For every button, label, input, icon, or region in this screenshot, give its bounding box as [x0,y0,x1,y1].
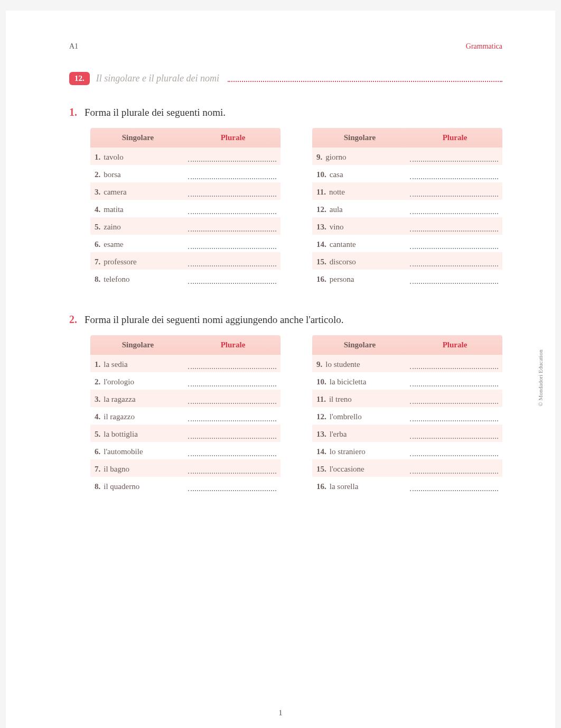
row-number: 10. [316,170,326,179]
row-number: 13. [316,223,326,231]
plurale-blank[interactable] [188,361,276,369]
singolare-word: tavolo [104,153,124,161]
plurale-blank[interactable] [188,413,276,421]
plurale-blank[interactable] [410,430,498,439]
plurale-blank[interactable] [410,275,498,284]
col-plurale: Plurale [185,128,280,148]
singolare-word: l'automobile [104,447,143,456]
table-row: 6.l'automobile [90,442,280,459]
section-label: Grammatica [466,42,502,51]
table-row: 1.la sedia [90,355,280,372]
plurale-blank[interactable] [410,361,498,369]
plurale-blank[interactable] [410,206,498,214]
singolare-word: cantante [330,240,356,248]
singolare-word: l'occasione [330,465,364,473]
singolare-word: giorno [325,153,346,161]
plurale-blank[interactable] [410,465,498,474]
table-body: 1.tavolo2.borsa3.camera4.matita5.zaino6.… [90,148,280,287]
plurale-blank[interactable] [188,483,276,491]
row-number: 16. [316,482,326,491]
row-number: 9. [316,153,322,161]
singolare-cell: 13.vino [316,223,405,232]
singolare-cell: 5.zaino [95,223,183,232]
singolare-word: il treno [329,395,352,403]
row-number: 7. [95,465,100,473]
singolare-cell: 8.il quaderno [95,482,183,491]
table-row: 2.l'orologio [90,372,280,390]
singolare-cell: 4.matita [95,205,183,214]
plurale-blank[interactable] [410,413,498,421]
singolare-word: la sorella [330,482,359,491]
table-row: 11.notte [312,182,502,200]
singolare-cell: 6.esame [95,240,183,249]
singolare-word: professore [104,257,136,266]
singolare-cell: 12.l'ombrello [316,412,405,421]
table-row: 3.la ragazza [90,390,280,407]
singolare-word: l'orologio [104,377,134,386]
singolare-cell: 11.notte [316,188,405,197]
plurale-blank[interactable] [188,465,276,474]
unit-header: 12. Il singolare e il plurale dei nomi [69,72,502,85]
exercise-1-header: 1. Forma il plurale dei seguenti nomi. [69,106,502,118]
singolare-word: esame [104,240,123,248]
singolare-word: la bottiglia [104,430,138,438]
plurale-blank[interactable] [410,378,498,386]
table-row: 4.matita [90,200,280,217]
table-row: 2.borsa [90,165,280,182]
plurale-blank[interactable] [188,223,276,232]
plurale-blank[interactable] [410,241,498,249]
plurale-blank[interactable] [410,171,498,179]
exercise-1-right-table: Singolare Plurale 9.giorno10.casa11.nott… [312,128,502,287]
table-row: 10.la bicicletta [312,372,502,390]
plurale-blank[interactable] [188,395,276,404]
table-head: Singolare Plurale [312,335,502,355]
row-number: 8. [95,482,100,491]
singolare-cell: 16.la sorella [316,482,405,491]
row-number: 3. [95,395,100,403]
plurale-blank[interactable] [410,258,498,266]
plurale-blank[interactable] [410,223,498,232]
plurale-blank[interactable] [410,483,498,491]
plurale-blank[interactable] [188,171,276,179]
plurale-blank[interactable] [188,153,276,162]
singolare-cell: 2.l'orologio [95,377,183,386]
singolare-cell: 4.il ragazzo [95,412,183,421]
row-number: 6. [95,240,100,248]
row-number: 3. [95,188,100,196]
exercise-2-header: 2. Forma il plurale dei seguenti nomi ag… [69,314,502,326]
plurale-blank[interactable] [188,258,276,266]
singolare-cell: 13.l'erba [316,430,405,439]
plurale-blank[interactable] [188,448,276,456]
plurale-blank[interactable] [410,188,498,197]
plurale-blank[interactable] [188,275,276,284]
plurale-blank[interactable] [410,448,498,456]
exercise-2-tables: Singolare Plurale 1.la sedia2.l'orologio… [90,335,502,494]
exercise-number: 1. [69,106,77,118]
plurale-blank[interactable] [188,188,276,197]
plurale-blank[interactable] [410,153,498,162]
dotted-rule [228,81,502,82]
table-head: Singolare Plurale [90,128,280,148]
plurale-blank[interactable] [188,206,276,214]
exercise-2-left-table: Singolare Plurale 1.la sedia2.l'orologio… [90,335,280,494]
singolare-cell: 9.giorno [316,153,405,162]
plurale-blank[interactable] [188,430,276,439]
table-row: 10.casa [312,165,502,182]
table-row: 13.l'erba [312,425,502,442]
plurale-blank[interactable] [188,241,276,249]
exercise-prompt: Forma il plurale dei seguenti nomi aggiu… [85,314,343,326]
table-body: 9.giorno10.casa11.notte12.aula13.vino14.… [312,148,502,287]
row-number: 1. [95,153,100,161]
singolare-word: telefono [104,275,129,283]
row-number: 6. [95,447,100,456]
table-row: 13.vino [312,217,502,235]
plurale-blank[interactable] [188,378,276,386]
singolare-word: discorso [330,257,356,266]
singolare-word: casa [330,170,343,179]
plurale-blank[interactable] [410,395,498,404]
table-row: 7.il bagno [90,459,280,477]
row-number: 14. [316,240,326,248]
table-head: Singolare Plurale [312,128,502,148]
singolare-cell: 10.la bicicletta [316,377,405,386]
row-number: 2. [95,377,100,386]
